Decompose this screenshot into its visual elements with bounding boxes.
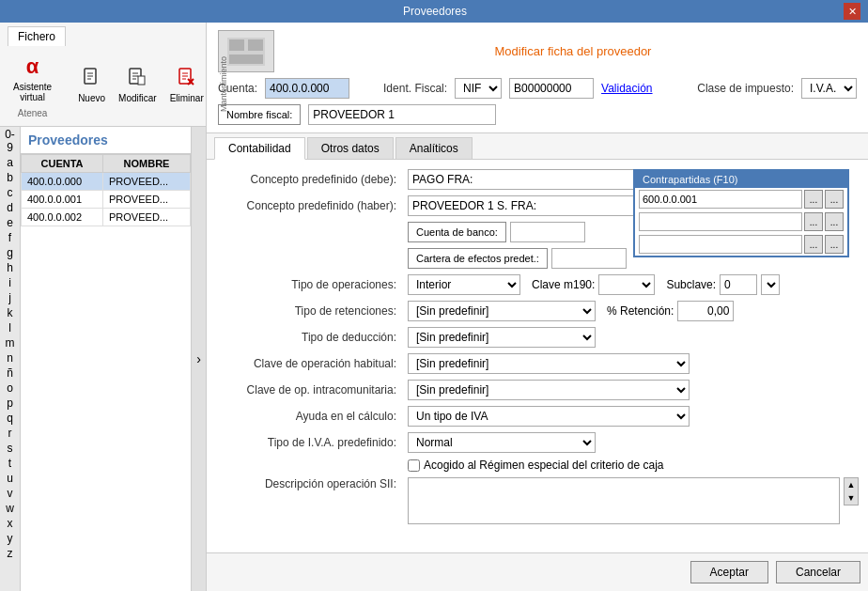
ident-fiscal-type-select[interactable]: NIF xyxy=(455,78,502,99)
subclave-select[interactable] xyxy=(761,274,780,295)
descripcion-scrollbar[interactable]: ▲ ▼ xyxy=(844,477,859,505)
tipo-iva-label: Tipo de I.V.A. predefinido: xyxy=(216,436,404,449)
cell-cuenta: 400.0.0.001 xyxy=(22,191,103,209)
contrapartidas-btn-2b[interactable]: ... xyxy=(825,212,844,231)
alpha-z[interactable]: z xyxy=(0,546,20,561)
contrapartidas-btn-1b[interactable]: ... xyxy=(825,190,844,209)
row-ayuda-calculo: Ayuda en el cálculo: Un tipo de IVA xyxy=(216,406,859,427)
tab-analiticos[interactable]: Analíticos xyxy=(395,137,473,159)
svg-rect-18 xyxy=(229,54,263,64)
alpha-l[interactable]: l xyxy=(0,320,20,335)
window-title: Proveedores xyxy=(26,5,844,18)
contrapartidas-btn-2a[interactable]: ... xyxy=(804,212,823,231)
clave-intracom-select[interactable]: [Sin predefinir] xyxy=(408,380,690,400)
sidebar-scrollbar[interactable]: › xyxy=(191,127,206,591)
cartera-input[interactable] xyxy=(551,248,627,269)
alpha-ñ[interactable]: ñ xyxy=(0,365,20,381)
alpha-w[interactable]: w xyxy=(0,501,20,516)
table-row[interactable]: 400.0.0.001PROVEED... xyxy=(22,191,191,209)
tab-otros-datos[interactable]: Otros datos xyxy=(307,137,394,159)
tab-contabilidad[interactable]: Contabilidad xyxy=(214,137,305,160)
eliminar-label: Eliminar xyxy=(170,93,204,103)
alpha-s[interactable]: s xyxy=(0,441,20,456)
tipo-deduccion-label: Tipo de deducción: xyxy=(216,331,404,344)
alpha-u[interactable]: u xyxy=(0,471,20,486)
subclave-label: Subclave: xyxy=(666,278,716,291)
contrapartidas-row-3: ... ... xyxy=(635,233,847,256)
alpha-m[interactable]: m xyxy=(0,335,20,350)
ident-fiscal-label: Ident. Fiscal: xyxy=(383,82,447,95)
tipo-operaciones-label: Tipo de operaciones: xyxy=(216,278,404,291)
alpha-p[interactable]: p xyxy=(0,396,20,411)
eliminar-button[interactable]: Eliminar xyxy=(164,61,209,107)
alpha-y[interactable]: y xyxy=(0,531,20,546)
alpha-j[interactable]: j xyxy=(0,290,20,305)
contrapartidas-box: Contrapartidas (F10) ... ... ... ... ... xyxy=(633,169,849,257)
alpha-t[interactable]: t xyxy=(0,456,20,471)
acogido-checkbox[interactable] xyxy=(408,459,420,472)
alpha-e[interactable]: e xyxy=(0,215,20,230)
ribbon: Fichero α Asistentevirtual Atenea Nue xyxy=(0,23,206,127)
modificar-button[interactable]: Modificar xyxy=(113,61,163,107)
clave-m190-select[interactable] xyxy=(598,274,655,295)
contrapartidas-input-2[interactable] xyxy=(639,212,802,231)
tipo-operaciones-select[interactable]: Interior xyxy=(408,274,520,295)
cuenta-input[interactable] xyxy=(265,78,349,99)
retencion-pct-input[interactable] xyxy=(677,301,734,321)
subclave-input[interactable] xyxy=(720,274,757,295)
aceptar-button[interactable]: Aceptar xyxy=(690,561,768,583)
alpha-g[interactable]: g xyxy=(0,245,20,260)
nombre-fiscal-input[interactable] xyxy=(308,104,496,125)
cancelar-button[interactable]: Cancelar xyxy=(776,561,860,583)
contrapartidas-title: Contrapartidas (F10) xyxy=(635,171,847,188)
nombre-fiscal-button[interactable]: Nombre fiscal: xyxy=(218,104,301,125)
tab-fichero[interactable]: Fichero xyxy=(8,26,66,46)
cuenta-banco-input[interactable] xyxy=(510,222,585,242)
cuenta-banco-button[interactable]: Cuenta de banco: xyxy=(408,222,506,242)
alpha-r[interactable]: r xyxy=(0,426,20,441)
contrapartidas-btn-3a[interactable]: ... xyxy=(804,235,823,254)
alpha-c[interactable]: c xyxy=(0,185,20,200)
alpha-h[interactable]: h xyxy=(0,260,20,275)
asistente-icon: α xyxy=(20,54,46,80)
alpha-n[interactable]: n xyxy=(0,350,20,365)
ident-fiscal-input[interactable] xyxy=(509,78,594,99)
nuevo-icon xyxy=(79,65,105,91)
validation-link[interactable]: Validación xyxy=(601,82,652,95)
alpha-k[interactable]: k xyxy=(0,305,20,320)
ayuda-calculo-select[interactable]: Un tipo de IVA xyxy=(408,406,690,427)
form-header-top: Modificar ficha del proveedor xyxy=(218,30,857,72)
alpha-o[interactable]: o xyxy=(0,381,20,396)
scrollbar-up-icon[interactable]: ▲ xyxy=(845,478,858,491)
alpha-q[interactable]: q xyxy=(0,411,20,426)
form-fields-row-1: Cuenta: Ident. Fiscal: NIF Validación Cl… xyxy=(218,78,857,99)
close-button[interactable]: ✕ xyxy=(844,3,860,20)
table-row[interactable]: 400.0.0.000PROVEED... xyxy=(22,173,191,191)
clase-impuesto-select[interactable]: I.V.A. xyxy=(801,78,857,99)
contrapartidas-btn-3b[interactable]: ... xyxy=(825,235,844,254)
alpha-x[interactable]: x xyxy=(0,516,20,531)
modificar-icon xyxy=(124,65,150,91)
alpha-b[interactable]: b xyxy=(0,170,20,185)
tipo-iva-select[interactable]: Normal xyxy=(408,432,596,453)
asistente-button[interactable]: α Asistentevirtual xyxy=(8,50,57,106)
clave-operacion-select[interactable]: [Sin predefinir] xyxy=(408,353,690,374)
descripcion-textarea[interactable] xyxy=(408,477,840,524)
alpha-0-9[interactable]: 0-9 xyxy=(0,127,20,155)
contrapartidas-btn-1a[interactable]: ... xyxy=(804,190,823,209)
nuevo-button[interactable]: Nuevo xyxy=(72,61,111,107)
mantenimiento-label: Mantenimiento xyxy=(219,56,228,112)
tipo-deduccion-select[interactable]: [Sin predefinir] xyxy=(408,327,596,348)
form-title: Modificar ficha del proveedor xyxy=(289,44,857,58)
contrapartidas-input-3[interactable] xyxy=(639,235,802,254)
alpha-a[interactable]: a xyxy=(0,155,20,170)
alpha-v[interactable]: v xyxy=(0,486,20,501)
table-row[interactable]: 400.0.0.002PROVEED... xyxy=(22,209,191,226)
scrollbar-down-icon[interactable]: ▼ xyxy=(845,491,858,505)
cartera-button[interactable]: Cartera de efectos predet.: xyxy=(408,248,548,269)
tipo-retenciones-select[interactable]: [Sin predefinir] xyxy=(408,301,596,321)
alpha-f[interactable]: f xyxy=(0,230,20,245)
contrapartidas-input-1[interactable] xyxy=(639,190,802,209)
alpha-d[interactable]: d xyxy=(0,200,20,215)
alpha-i[interactable]: i xyxy=(0,275,20,290)
